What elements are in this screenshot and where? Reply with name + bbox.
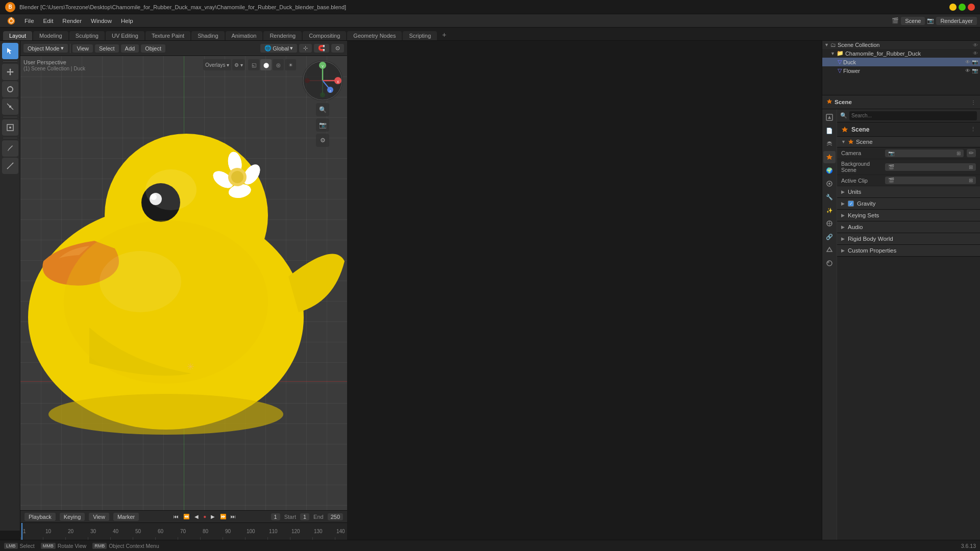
- particles-props-tab[interactable]: ✨: [823, 204, 836, 216]
- tab-rendering[interactable]: Rendering: [263, 31, 302, 40]
- gravity-section-header[interactable]: ▶ ✓ Gravity: [837, 198, 980, 209]
- view-menu-timeline-btn[interactable]: View: [89, 513, 109, 521]
- end-frame-field[interactable]: 250: [328, 513, 343, 520]
- start-frame-field[interactable]: 1: [300, 513, 309, 520]
- play-btn[interactable]: ▶: [208, 512, 217, 521]
- rotate-tool-btn[interactable]: [2, 81, 18, 97]
- flower-render-icon[interactable]: 📷: [972, 68, 978, 73]
- move-tool-btn[interactable]: [2, 64, 18, 80]
- scale-tool-btn[interactable]: [2, 98, 18, 115]
- measure-tool-btn[interactable]: [2, 158, 18, 174]
- play-back-btn[interactable]: ◀: [192, 512, 201, 521]
- flower-vis-icon[interactable]: 👁: [965, 68, 970, 73]
- view-layer-props-tab[interactable]: [823, 138, 836, 150]
- output-props-tab[interactable]: 📄: [823, 124, 836, 137]
- object-props-tab[interactable]: [823, 178, 836, 190]
- chamomile-vis-icon[interactable]: 👁: [973, 51, 978, 56]
- data-props-tab[interactable]: [823, 244, 836, 256]
- shading-material-btn[interactable]: ◎: [273, 59, 284, 70]
- step-back-btn[interactable]: ⏪: [182, 512, 191, 521]
- jump-start-btn[interactable]: ⏮: [172, 512, 181, 521]
- rigid-body-header[interactable]: ▶ Rigid Body World: [837, 233, 980, 244]
- audio-section-header[interactable]: ▶ Audio: [837, 221, 980, 233]
- maximize-button[interactable]: [959, 4, 966, 11]
- object-menu-btn[interactable]: Object: [141, 44, 165, 53]
- proportional-edit-btn[interactable]: ⊙: [331, 44, 344, 53]
- tab-compositing[interactable]: Compositing: [303, 31, 346, 40]
- props-search-input[interactable]: [849, 111, 977, 120]
- menu-file[interactable]: File: [20, 17, 38, 25]
- tab-animation[interactable]: Animation: [226, 31, 263, 40]
- overlay-btn[interactable]: Overlays ▾: [203, 59, 231, 70]
- scene-selector[interactable]: Scene: [901, 17, 925, 25]
- gravity-checkbox[interactable]: ✓: [848, 201, 854, 207]
- bg-scene-browse-btn[interactable]: ⊞: [969, 164, 973, 170]
- transform-tool-btn[interactable]: [2, 119, 18, 136]
- object-mode-selector[interactable]: Object Mode ▾: [23, 44, 68, 53]
- units-section-header[interactable]: ▶ Units: [837, 186, 980, 197]
- props-more-icon[interactable]: ⋮: [970, 126, 976, 133]
- viewport[interactable]: ✳ User Perspective (1) Scene Collection …: [20, 56, 347, 521]
- outliner-chamomile-collection[interactable]: ▼ 📁 Chamomile_for_Rubber_Duck 👁: [822, 49, 980, 58]
- props-toggle-icon[interactable]: ⋮: [971, 99, 976, 105]
- world-props-tab[interactable]: 🌍: [823, 164, 836, 177]
- tab-modeling[interactable]: Modeling: [33, 31, 68, 40]
- tab-layout[interactable]: Layout: [3, 31, 32, 40]
- minimize-button[interactable]: [949, 4, 957, 11]
- shading-wireframe-btn[interactable]: ◱: [248, 59, 259, 70]
- keying-sets-header[interactable]: ▶ Keying Sets: [837, 210, 980, 221]
- shading-render-btn[interactable]: ☀: [285, 59, 296, 70]
- constraints-props-tab[interactable]: 🔗: [823, 231, 836, 243]
- global-space-selector[interactable]: 🌐 Global ▾: [260, 44, 297, 53]
- duck-render-icon[interactable]: 📷: [972, 59, 978, 65]
- add-workspace-button[interactable]: +: [438, 29, 450, 40]
- navigation-gizmo[interactable]: Y X Z: [302, 60, 343, 101]
- scene-props-tab[interactable]: [823, 151, 836, 163]
- camera-browse-btn[interactable]: ⊞: [957, 151, 961, 156]
- view-lock-btn[interactable]: ⚙: [316, 134, 329, 147]
- shading-solid-btn[interactable]: ⬤: [260, 59, 272, 70]
- modifier-props-tab[interactable]: 🔧: [823, 191, 836, 203]
- material-props-tab[interactable]: [823, 257, 836, 269]
- menu-blender[interactable]: [3, 16, 19, 26]
- menu-help[interactable]: Help: [117, 17, 137, 25]
- snap-btn[interactable]: 🧲: [314, 44, 329, 53]
- view-zoom-btn[interactable]: 🔍: [316, 103, 329, 116]
- playback-menu-btn[interactable]: Playback: [24, 513, 56, 521]
- render-props-tab[interactable]: [823, 111, 836, 123]
- close-button[interactable]: [968, 4, 975, 11]
- custom-props-header[interactable]: ▶ Custom Properties: [837, 245, 980, 256]
- active-clip-browse-btn[interactable]: ⊞: [969, 178, 973, 183]
- add-menu-btn[interactable]: Add: [121, 44, 139, 53]
- menu-window[interactable]: Window: [87, 17, 116, 25]
- outliner-scene-collection[interactable]: ▼ 🗂 Scene Collection 👁: [822, 41, 980, 49]
- annotate-tool-btn[interactable]: [2, 140, 18, 157]
- camera-new-btn[interactable]: ✏: [967, 149, 976, 157]
- menu-edit[interactable]: Edit: [39, 17, 58, 25]
- view-menu-btn[interactable]: View: [72, 44, 93, 53]
- select-menu-btn[interactable]: Select: [95, 44, 119, 53]
- scene-vis-icon[interactable]: 👁: [973, 42, 978, 48]
- keying-menu-btn[interactable]: Keying: [60, 513, 85, 521]
- scene-section-header[interactable]: ▼ Scene: [837, 137, 980, 147]
- outliner-flower-item[interactable]: ▽ Flower 👁 📷: [822, 66, 980, 75]
- tab-uv-editing[interactable]: UV Editing: [106, 31, 144, 40]
- tab-geometry-nodes[interactable]: Geometry Nodes: [347, 31, 402, 40]
- render-layer-selector[interactable]: RenderLayer: [936, 17, 977, 25]
- outliner-duck-item[interactable]: ▽ Duck 👁 📷: [822, 58, 980, 66]
- marker-menu-btn[interactable]: Marker: [113, 513, 139, 521]
- timeline-ruler[interactable]: 1 10 20 30 40 50 60 70 80 90 100 110 120…: [20, 523, 347, 540]
- menu-render[interactable]: Render: [58, 17, 86, 25]
- cursor-tool-btn[interactable]: [2, 43, 18, 59]
- physics-props-tab[interactable]: [823, 217, 836, 230]
- view-camera-btn[interactable]: 📷: [316, 118, 329, 132]
- tab-texture-paint[interactable]: Texture Paint: [145, 31, 190, 40]
- duck-vis-icon[interactable]: 👁: [965, 59, 970, 65]
- gizmos-btn[interactable]: ⚙ ▾: [232, 59, 245, 70]
- tab-shading[interactable]: Shading: [191, 31, 224, 40]
- current-frame-field[interactable]: 1: [271, 513, 280, 520]
- transform-pivot-btn[interactable]: ⊹: [299, 44, 312, 53]
- jump-end-btn[interactable]: ⏭: [229, 512, 238, 521]
- tab-sculpting[interactable]: Sculpting: [69, 31, 105, 40]
- step-fwd-btn[interactable]: ⏩: [218, 512, 228, 521]
